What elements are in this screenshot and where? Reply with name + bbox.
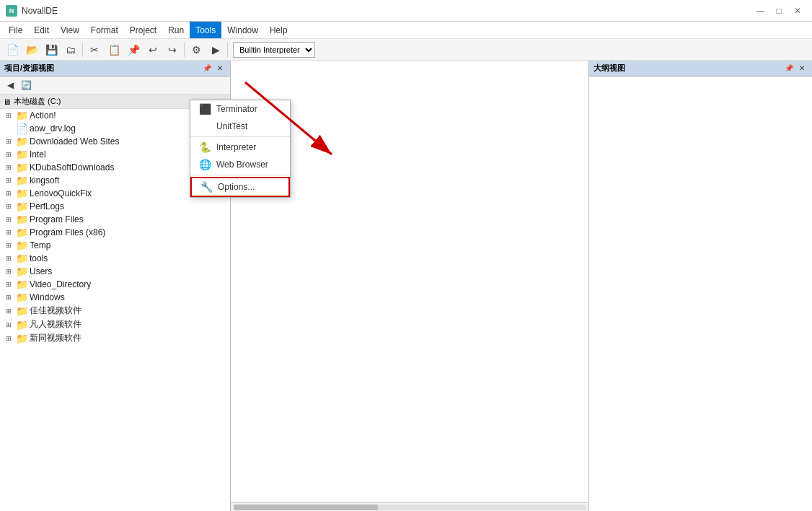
- unittest-label: UnitTest: [216, 121, 247, 131]
- interpreter-selector: Builtin InterpreterPython 3.x: [233, 42, 315, 58]
- tree-item[interactable]: ⊞📁Video_Directory: [0, 278, 230, 291]
- folder-icon: 📁: [16, 201, 28, 212]
- tree-expander[interactable]: ⊞: [3, 190, 14, 197]
- tree-back-btn[interactable]: ◀: [3, 78, 17, 92]
- right-panel-controls: 📌 ✕: [783, 63, 808, 74]
- tb-sep1: [82, 43, 83, 57]
- scrollbar-thumb[interactable]: [234, 505, 378, 510]
- tree-expander[interactable]: ⊞: [3, 321, 14, 328]
- tb-copy[interactable]: 📋: [105, 41, 123, 58]
- tree-item-label: Windows: [30, 292, 65, 302]
- tree-expander[interactable]: ⊞: [3, 335, 14, 342]
- menu-item-unittest[interactable]: UnitTest: [190, 118, 290, 135]
- menu-sep-2: [190, 175, 290, 175]
- tools-dropdown-menu: ⬛ Terminator UnitTest 🐍 Interpreter 🌐 We…: [190, 100, 291, 198]
- panel-pin-btn[interactable]: 📌: [201, 63, 213, 74]
- menu-item-interpreter[interactable]: 🐍 Interpreter: [190, 139, 290, 156]
- tree-expander[interactable]: ⊞: [3, 177, 14, 184]
- right-panel-header: 大纲视图 📌 ✕: [589, 61, 812, 77]
- interpreter-label: Interpreter: [216, 142, 256, 152]
- menu-item-terminator[interactable]: ⬛ Terminator: [190, 100, 290, 118]
- tree-item[interactable]: ⊞📁Program Files: [0, 213, 230, 226]
- tb-save[interactable]: 💾: [42, 41, 61, 58]
- menu-tools[interactable]: Tools: [190, 22, 221, 38]
- menu-view[interactable]: View: [55, 22, 85, 38]
- menu-edit[interactable]: Edit: [28, 22, 55, 38]
- tree-expander[interactable]: ⊞: [3, 229, 14, 236]
- panel-close-btn[interactable]: ✕: [214, 63, 226, 74]
- menu-help[interactable]: Help: [264, 22, 294, 38]
- tree-item[interactable]: ⊞📁新同视频软件: [0, 331, 230, 345]
- tb-debug[interactable]: ⚙: [187, 41, 206, 58]
- outline-area: [589, 77, 812, 511]
- tree-item-label: tools: [30, 253, 48, 263]
- menu-format[interactable]: Format: [85, 22, 124, 38]
- menu-item-options[interactable]: 🔧 Options...: [190, 177, 290, 197]
- right-panel-pin-btn[interactable]: 📌: [783, 63, 795, 74]
- folder-icon: 📁: [16, 333, 28, 344]
- tree-item[interactable]: ⊞📁PerfLogs: [0, 200, 230, 213]
- tree-expander[interactable]: ⊞: [3, 255, 14, 262]
- tree-item[interactable]: ⊞📁tools: [0, 252, 230, 265]
- tree-item-label: PerfLogs: [30, 201, 64, 211]
- menu-project[interactable]: Project: [124, 22, 162, 38]
- left-panel-title: 项目/资源视图: [4, 63, 54, 74]
- tb-paste[interactable]: 📌: [124, 41, 143, 58]
- tree-item[interactable]: ⊞📁Users: [0, 265, 230, 278]
- folder-icon: 📁: [16, 162, 28, 173]
- tree-item[interactable]: ⊞📁佳佳视频软件: [0, 304, 230, 318]
- minimize-button[interactable]: —: [751, 4, 769, 17]
- tree-expander[interactable]: ⊞: [3, 307, 14, 315]
- tree-expander[interactable]: ⊞: [3, 164, 14, 171]
- interpreter-select[interactable]: Builtin InterpreterPython 3.x: [233, 42, 315, 58]
- tree-item-label: 佳佳视频软件: [30, 305, 81, 317]
- close-button[interactable]: ✕: [789, 4, 806, 17]
- tree-expander[interactable]: ⊞: [3, 151, 14, 158]
- tree-item[interactable]: ⊞📁凡人视频软件: [0, 318, 230, 331]
- folder-icon: 📁: [16, 188, 28, 199]
- menu-run[interactable]: Run: [162, 22, 190, 38]
- menu-item-webbrowser[interactable]: 🌐 Web Browser: [190, 156, 290, 173]
- drive-icon: 🖥: [3, 97, 11, 106]
- tree-expander[interactable]: ⊞: [3, 216, 14, 223]
- tb-sep3: [227, 43, 228, 57]
- tree-item-label: kingsoft: [30, 175, 59, 185]
- left-panel-header: 项目/资源视图 📌 ✕: [0, 61, 230, 77]
- tb-save-all[interactable]: 🗂: [61, 41, 80, 58]
- folder-icon: 📁: [16, 175, 28, 186]
- tree-item-label: Action!: [30, 110, 56, 121]
- tree-item[interactable]: ⊞📁Program Files (x86): [0, 226, 230, 239]
- tree-item[interactable]: ⊞📁Windows: [0, 291, 230, 304]
- tree-toolbar: ◀ 🔄: [0, 77, 230, 95]
- interpreter-icon: 🐍: [199, 141, 211, 153]
- horiz-scrollbar[interactable]: [231, 502, 588, 511]
- tb-open[interactable]: 📂: [22, 41, 41, 58]
- tree-item[interactable]: ⊞📁Temp: [0, 239, 230, 252]
- options-label: Options...: [218, 182, 255, 192]
- folder-icon: 📁: [16, 292, 28, 303]
- unittest-icon: [199, 121, 211, 132]
- tb-redo[interactable]: ↪: [163, 41, 182, 58]
- tree-expander[interactable]: ⊞: [3, 294, 14, 301]
- tree-expander[interactable]: ⊞: [3, 242, 14, 249]
- folder-icon: 📁: [16, 279, 28, 290]
- tree-item-label: 凡人视频软件: [30, 318, 81, 331]
- tb-cut[interactable]: ✂: [85, 41, 104, 58]
- tb-run[interactable]: ▶: [206, 41, 225, 58]
- tb-undo[interactable]: ↩: [144, 41, 162, 58]
- menu-window[interactable]: Window: [221, 22, 264, 38]
- tree-expander[interactable]: ⊞: [3, 268, 14, 275]
- tree-item-label: Intel: [30, 149, 46, 160]
- tree-expander[interactable]: ⊞: [3, 112, 14, 119]
- tree-expander[interactable]: ⊞: [3, 203, 14, 210]
- panel-header-controls: 📌 ✕: [201, 63, 226, 74]
- tree-refresh-btn[interactable]: 🔄: [19, 78, 33, 92]
- right-panel-close-btn[interactable]: ✕: [796, 63, 808, 74]
- terminator-label: Terminator: [216, 104, 257, 114]
- tree-expander[interactable]: ⊞: [3, 138, 14, 145]
- tb-new[interactable]: 📄: [3, 41, 22, 58]
- scrollbar-track: [234, 505, 586, 510]
- tree-expander[interactable]: ⊞: [3, 281, 14, 288]
- maximize-button[interactable]: □: [770, 4, 787, 17]
- menu-file[interactable]: File: [3, 22, 28, 38]
